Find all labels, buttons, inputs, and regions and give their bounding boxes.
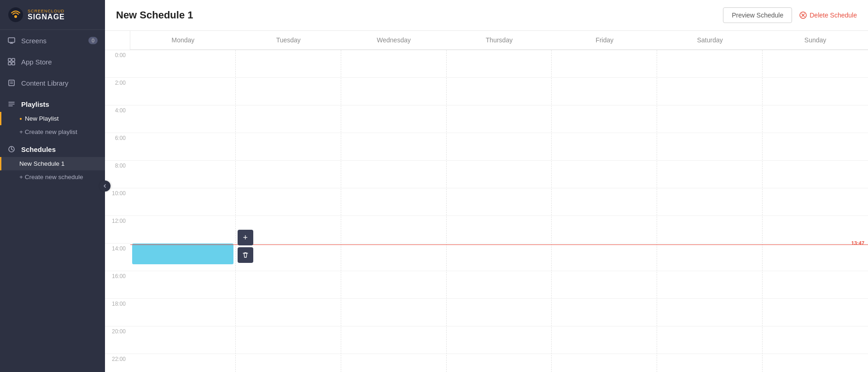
delete-event-button[interactable]: [238, 247, 253, 263]
logo-bottom-text: SIGNAGE: [28, 13, 65, 21]
delete-schedule-button[interactable]: Delete Schedule: [799, 12, 857, 19]
time-label-20: 20:00: [105, 326, 130, 354]
playlist-dot-icon: ●: [19, 116, 22, 121]
preview-schedule-button[interactable]: Preview Schedule: [723, 7, 792, 23]
day-header-wednesday: Wednesday: [341, 31, 447, 50]
header-actions: Preview Schedule Delete Schedule: [723, 7, 857, 23]
time-gutter-header: [105, 31, 130, 50]
time-label-4: 4:00: [105, 105, 130, 133]
schedule-block-monday[interactable]: [132, 244, 233, 264]
main-content: New Schedule 1 Preview Schedule Delete S…: [105, 0, 868, 372]
time-label-22: 22:00: [105, 354, 130, 372]
sidebar-item-app-store[interactable]: App Store: [0, 51, 105, 72]
screencloud-logo-icon: [7, 6, 24, 23]
time-label-12: 12:00: [105, 216, 130, 244]
sidebar-item-content-library[interactable]: Content Library: [0, 72, 105, 93]
content-library-icon: [7, 79, 16, 87]
svg-point-1: [14, 15, 17, 18]
trash-icon: [242, 251, 249, 259]
svg-rect-9: [9, 80, 14, 86]
screen-icon: [7, 36, 16, 45]
time-label-10: 10:00: [105, 188, 130, 216]
playlists-section-header[interactable]: Playlists: [0, 93, 105, 112]
svg-rect-8: [12, 62, 15, 65]
day-header-sunday: Sunday: [763, 31, 868, 50]
create-schedule-label: + Create new schedule: [19, 174, 83, 180]
schedules-icon: [7, 145, 16, 153]
app-store-label: App Store: [21, 58, 98, 66]
content-library-label: Content Library: [21, 79, 98, 87]
sidebar-item-screens[interactable]: Screens 0: [0, 30, 105, 51]
delete-schedule-label: Delete Schedule: [810, 12, 857, 19]
sidebar-collapse-button[interactable]: [99, 180, 111, 192]
new-playlist-label: New Playlist: [25, 115, 59, 122]
friday-column[interactable]: [552, 50, 657, 372]
schedules-section-label: Schedules: [21, 145, 56, 153]
sunday-column[interactable]: [763, 50, 868, 372]
schedule-popup-buttons: +: [238, 230, 253, 263]
sidebar-item-new-schedule-1[interactable]: New Schedule 1: [0, 157, 105, 170]
time-label-18: 18:00: [105, 299, 130, 326]
page-title: New Schedule 1: [116, 9, 193, 21]
playlists-section-label: Playlists: [21, 100, 49, 108]
day-header-tuesday: Tuesday: [236, 31, 341, 50]
logo-area: ScreenCloud SIGNAGE: [0, 0, 105, 30]
logo-text: ScreenCloud SIGNAGE: [28, 9, 65, 21]
day-header-saturday: Saturday: [657, 31, 763, 50]
schedules-section-header[interactable]: Schedules: [0, 139, 105, 157]
svg-rect-7: [8, 62, 11, 65]
create-playlist-label: + Create new playlist: [19, 128, 77, 135]
wednesday-column[interactable]: [341, 50, 447, 372]
thursday-column[interactable]: [447, 50, 552, 372]
screens-label: Screens: [21, 37, 83, 45]
time-column: 0:00 2:00 4:00 6:00 8:00 10:00 12:00 14:…: [105, 50, 130, 372]
screens-badge: 0: [88, 37, 98, 44]
svg-rect-6: [12, 58, 15, 61]
day-header-friday: Friday: [552, 31, 657, 50]
time-label-14: 14:00: [105, 244, 130, 271]
delete-circle-icon: [799, 12, 807, 19]
sidebar: ScreenCloud SIGNAGE Screens 0 App Store …: [0, 0, 105, 372]
time-label-2: 2:00: [105, 78, 130, 105]
time-label-0: 0:00: [105, 50, 130, 78]
saturday-column[interactable]: [657, 50, 763, 372]
day-header-monday: Monday: [130, 31, 236, 50]
time-label-6: 6:00: [105, 133, 130, 161]
playlists-icon: [7, 100, 16, 108]
svg-rect-2: [8, 38, 15, 42]
svg-point-0: [8, 7, 23, 22]
app-store-icon: [7, 58, 16, 66]
sidebar-item-new-playlist[interactable]: ● New Playlist: [0, 112, 105, 125]
new-schedule-1-label: New Schedule 1: [19, 160, 64, 167]
sidebar-item-create-playlist[interactable]: + Create new playlist: [0, 125, 105, 139]
monday-column[interactable]: [130, 50, 236, 372]
svg-line-17: [12, 149, 13, 150]
tuesday-column[interactable]: +: [236, 50, 341, 372]
svg-rect-5: [8, 58, 11, 61]
add-schedule-button[interactable]: +: [238, 230, 253, 245]
sidebar-item-create-schedule[interactable]: + Create new schedule: [0, 170, 105, 184]
day-header-thursday: Thursday: [447, 31, 552, 50]
calendar-container[interactable]: Monday Tuesday Wednesday Thursday Friday…: [105, 31, 868, 372]
main-header: New Schedule 1 Preview Schedule Delete S…: [105, 0, 868, 31]
time-label-16: 16:00: [105, 271, 130, 299]
